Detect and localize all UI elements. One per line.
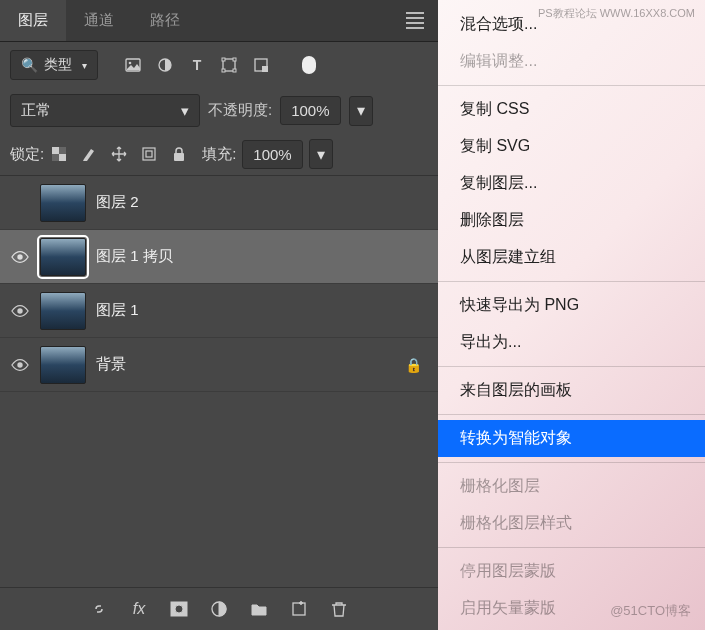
menu-copy-css[interactable]: 复制 CSS: [438, 91, 705, 128]
chevron-down-icon: ▾: [82, 60, 87, 71]
chevron-down-icon: ▾: [181, 102, 189, 120]
svg-rect-12: [59, 154, 66, 161]
menu-rasterize-layer: 栅格化图层: [438, 468, 705, 505]
search-icon: 🔍: [21, 57, 38, 73]
visibility-toggle[interactable]: [10, 193, 30, 213]
fill-value[interactable]: 100%: [242, 140, 302, 169]
tab-paths[interactable]: 路径: [132, 0, 198, 41]
svg-rect-11: [52, 147, 59, 154]
lock-artboard-icon[interactable]: [140, 145, 158, 163]
layer-mask-icon[interactable]: [168, 598, 190, 620]
svg-rect-7: [222, 69, 225, 72]
lock-pixels-icon[interactable]: [80, 145, 98, 163]
menu-artboard-from-layers[interactable]: 来自图层的画板: [438, 372, 705, 409]
svg-rect-13: [59, 147, 66, 154]
watermark-text-2: @51CTO博客: [610, 602, 691, 620]
visibility-toggle[interactable]: [10, 247, 30, 267]
menu-delete-layer[interactable]: 删除图层: [438, 202, 705, 239]
filter-type-select[interactable]: 🔍 类型 ▾: [10, 50, 98, 80]
menu-quick-export-png[interactable]: 快速导出为 PNG: [438, 287, 705, 324]
new-layer-icon[interactable]: [288, 598, 310, 620]
svg-rect-16: [146, 151, 152, 157]
layer-style-icon[interactable]: fx: [128, 598, 150, 620]
menu-separator: [438, 462, 705, 463]
svg-text:T: T: [193, 57, 202, 73]
blend-mode-label: 正常: [21, 101, 51, 120]
fill-label: 填充:: [202, 145, 236, 164]
svg-rect-5: [222, 58, 225, 61]
menu-group-from-layers[interactable]: 从图层建立组: [438, 239, 705, 276]
panel-menu-icon[interactable]: [400, 12, 430, 29]
visibility-toggle[interactable]: [10, 301, 30, 321]
filter-type-icon[interactable]: T: [184, 52, 210, 78]
svg-rect-24: [293, 603, 305, 615]
tab-layers[interactable]: 图层: [0, 0, 66, 41]
svg-rect-8: [233, 69, 236, 72]
adjustment-layer-icon[interactable]: [208, 598, 230, 620]
lock-row: 锁定: 填充: 100% ▾: [0, 133, 438, 176]
layer-row[interactable]: 图层 2: [0, 176, 438, 230]
svg-rect-17: [174, 153, 184, 161]
panel-tabs: 图层 通道 路径: [0, 0, 438, 42]
svg-rect-6: [233, 58, 236, 61]
lock-all-icon[interactable]: [170, 145, 188, 163]
svg-point-18: [17, 254, 22, 259]
menu-separator: [438, 547, 705, 548]
layer-thumbnail[interactable]: [40, 238, 86, 276]
menu-disable-layer-mask: 停用图层蒙版: [438, 553, 705, 590]
menu-separator: [438, 85, 705, 86]
opacity-value[interactable]: 100%: [280, 96, 340, 125]
context-menu: PS教程论坛 WWW.16XX8.COM 混合选项... 编辑调整... 复制 …: [438, 0, 705, 630]
watermark-text: PS教程论坛 WWW.16XX8.COM: [538, 6, 695, 21]
layer-name[interactable]: 背景: [96, 355, 395, 374]
lock-icon: 🔒: [405, 357, 422, 373]
menu-copy-svg[interactable]: 复制 SVG: [438, 128, 705, 165]
visibility-toggle[interactable]: [10, 355, 30, 375]
link-layers-icon[interactable]: [88, 598, 110, 620]
layer-name[interactable]: 图层 1 拷贝: [96, 247, 428, 266]
filter-toolbar: 🔍 类型 ▾ T: [0, 42, 438, 88]
layer-thumbnail[interactable]: [40, 346, 86, 384]
opacity-stepper[interactable]: ▾: [349, 96, 373, 126]
tab-channels[interactable]: 通道: [66, 0, 132, 41]
menu-export-as[interactable]: 导出为...: [438, 324, 705, 361]
delete-layer-icon[interactable]: [328, 598, 350, 620]
layer-row[interactable]: 图层 1: [0, 284, 438, 338]
filter-shape-icon[interactable]: [216, 52, 242, 78]
lock-transparency-icon[interactable]: [50, 145, 68, 163]
filter-toggle[interactable]: [296, 52, 322, 78]
menu-convert-smart-object[interactable]: 转换为智能对象: [438, 420, 705, 457]
menu-edit-adjustment: 编辑调整...: [438, 43, 705, 80]
blend-row: 正常 ▾ 不透明度: 100% ▾: [0, 88, 438, 133]
filter-type-label: 类型: [44, 56, 72, 74]
menu-duplicate-layer[interactable]: 复制图层...: [438, 165, 705, 202]
layer-thumbnail[interactable]: [40, 184, 86, 222]
filter-pixel-icon[interactable]: [120, 52, 146, 78]
menu-separator: [438, 366, 705, 367]
svg-point-20: [17, 362, 22, 367]
layers-panel: 图层 通道 路径 🔍 类型 ▾ T 正常 ▾ 不透明度: 100% ▾ 锁定:: [0, 0, 438, 630]
layer-row[interactable]: 图层 1 拷贝: [0, 230, 438, 284]
opacity-label: 不透明度:: [208, 101, 272, 120]
svg-rect-10: [262, 66, 268, 72]
layer-row[interactable]: 背景 🔒: [0, 338, 438, 392]
filter-smartobject-icon[interactable]: [248, 52, 274, 78]
lock-position-icon[interactable]: [110, 145, 128, 163]
svg-rect-15: [143, 148, 155, 160]
layer-name[interactable]: 图层 1: [96, 301, 428, 320]
menu-separator: [438, 281, 705, 282]
layer-thumbnail[interactable]: [40, 292, 86, 330]
fill-stepper[interactable]: ▾: [309, 139, 333, 169]
svg-rect-14: [52, 154, 59, 161]
lock-label: 锁定:: [10, 145, 44, 164]
group-icon[interactable]: [248, 598, 270, 620]
menu-separator: [438, 414, 705, 415]
svg-point-22: [175, 605, 183, 613]
svg-point-19: [17, 308, 22, 313]
menu-rasterize-style: 栅格化图层样式: [438, 505, 705, 542]
filter-adjustment-icon[interactable]: [152, 52, 178, 78]
blend-mode-select[interactable]: 正常 ▾: [10, 94, 200, 127]
svg-point-1: [129, 62, 132, 65]
bottom-toolbar: fx: [0, 587, 438, 630]
layer-name[interactable]: 图层 2: [96, 193, 428, 212]
